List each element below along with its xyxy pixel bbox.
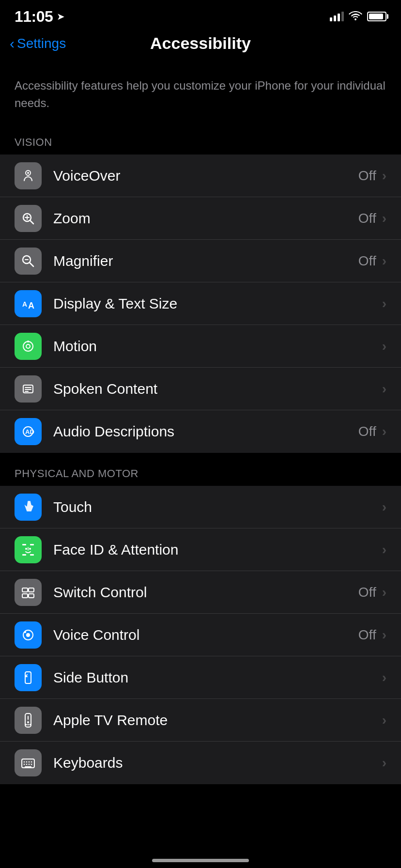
display-text-size-icon: A A bbox=[15, 290, 42, 317]
voiceover-chevron-icon: › bbox=[382, 168, 386, 184]
motion-chevron-icon: › bbox=[382, 339, 386, 354]
physical-motor-section-title: PHYSICAL AND MOTOR bbox=[15, 467, 139, 480]
voiceover-row[interactable]: VoiceOver Off › bbox=[0, 155, 401, 197]
back-button[interactable]: ‹ Settings bbox=[10, 36, 66, 51]
svg-rect-34 bbox=[25, 672, 31, 683]
audio-descriptions-chevron-icon: › bbox=[382, 424, 386, 439]
voiceover-icon bbox=[15, 162, 42, 189]
apple-tv-remote-row[interactable]: Apple TV Remote › bbox=[0, 699, 401, 742]
svg-text:A: A bbox=[28, 301, 34, 310]
voiceover-label: VoiceOver bbox=[53, 168, 358, 184]
svg-point-11 bbox=[23, 341, 33, 351]
signal-bars bbox=[330, 12, 344, 21]
svg-rect-27 bbox=[22, 588, 28, 592]
face-id-label: Face ID & Attention bbox=[53, 542, 376, 558]
switch-control-chevron-icon: › bbox=[382, 585, 386, 600]
keyboards-icon bbox=[15, 749, 42, 776]
spoken-content-label: Spoken Content bbox=[53, 381, 376, 397]
spoken-content-row[interactable]: Spoken Content › bbox=[0, 368, 401, 410]
side-button-label: Side Button bbox=[53, 669, 376, 686]
spoken-content-chevron-icon: › bbox=[382, 381, 386, 397]
svg-rect-23 bbox=[30, 554, 34, 556]
svg-rect-22 bbox=[22, 554, 26, 556]
face-id-icon bbox=[15, 536, 42, 563]
svg-point-12 bbox=[26, 344, 30, 348]
voice-control-label: Voice Control bbox=[53, 627, 358, 643]
status-bar: 11:05 ➤ bbox=[0, 0, 401, 29]
svg-rect-20 bbox=[22, 544, 26, 545]
touch-row[interactable]: Touch › bbox=[0, 486, 401, 528]
keyboards-row[interactable]: Keyboards › bbox=[0, 742, 401, 784]
vision-settings-group: VoiceOver Off › Zoom Off › Magnifier Off bbox=[0, 155, 401, 453]
svg-point-38 bbox=[26, 724, 27, 725]
magnifier-chevron-icon: › bbox=[382, 253, 386, 269]
spoken-content-icon bbox=[15, 375, 42, 403]
switch-control-row[interactable]: Switch Control Off › bbox=[0, 571, 401, 614]
svg-rect-30 bbox=[29, 594, 34, 598]
side-button-chevron-icon: › bbox=[382, 670, 386, 685]
voiceover-value: Off bbox=[358, 168, 376, 184]
side-button-row[interactable]: Side Button › bbox=[0, 656, 401, 699]
svg-point-24 bbox=[25, 548, 27, 550]
zoom-label: Zoom bbox=[53, 210, 358, 227]
svg-rect-21 bbox=[30, 544, 34, 545]
audio-descriptions-row[interactable]: AD Audio Descriptions Off › bbox=[0, 410, 401, 453]
svg-text:AD: AD bbox=[25, 428, 34, 435]
svg-point-39 bbox=[28, 724, 29, 725]
audio-descriptions-label: Audio Descriptions bbox=[53, 423, 358, 440]
svg-point-37 bbox=[27, 721, 29, 723]
page-title: Accessibility bbox=[150, 34, 251, 53]
zoom-value: Off bbox=[358, 211, 376, 226]
wifi-icon bbox=[349, 10, 362, 23]
svg-point-33 bbox=[24, 631, 26, 633]
svg-line-7 bbox=[30, 263, 33, 266]
home-indicator bbox=[152, 859, 249, 862]
apple-tv-remote-icon bbox=[15, 707, 42, 734]
location-icon: ➤ bbox=[57, 11, 65, 22]
zoom-row[interactable]: Zoom Off › bbox=[0, 197, 401, 240]
description-text: Accessibility features help you customiz… bbox=[15, 77, 386, 112]
audio-descriptions-value: Off bbox=[358, 424, 376, 439]
magnifier-row[interactable]: Magnifier Off › bbox=[0, 240, 401, 282]
zoom-icon bbox=[15, 205, 42, 232]
battery-icon bbox=[367, 12, 386, 21]
keyboards-label: Keyboards bbox=[53, 755, 376, 771]
switch-control-value: Off bbox=[358, 585, 376, 600]
svg-point-1 bbox=[27, 172, 29, 174]
display-text-size-label: Display & Text Size bbox=[53, 295, 376, 312]
svg-rect-29 bbox=[22, 594, 28, 598]
svg-point-25 bbox=[29, 548, 31, 550]
voice-control-icon bbox=[15, 621, 42, 649]
magnifier-icon bbox=[15, 248, 42, 275]
motion-icon bbox=[15, 333, 42, 360]
magnifier-value: Off bbox=[358, 253, 376, 269]
voice-control-row[interactable]: Voice Control Off › bbox=[0, 614, 401, 656]
back-label: Settings bbox=[17, 36, 66, 51]
status-icons bbox=[330, 10, 386, 23]
face-id-chevron-icon: › bbox=[382, 542, 386, 558]
keyboards-chevron-icon: › bbox=[382, 755, 386, 771]
audio-descriptions-icon: AD bbox=[15, 418, 42, 445]
motion-label: Motion bbox=[53, 338, 376, 355]
magnifier-label: Magnifier bbox=[53, 253, 358, 269]
touch-label: Touch bbox=[53, 499, 376, 515]
svg-point-32 bbox=[26, 633, 30, 637]
face-id-row[interactable]: Face ID & Attention › bbox=[0, 528, 401, 571]
voice-control-chevron-icon: › bbox=[382, 627, 386, 643]
svg-text:A: A bbox=[22, 300, 27, 308]
svg-point-40 bbox=[30, 724, 31, 725]
zoom-chevron-icon: › bbox=[382, 211, 386, 226]
display-text-size-chevron-icon: › bbox=[382, 296, 386, 311]
touch-chevron-icon: › bbox=[382, 499, 386, 515]
switch-control-label: Switch Control bbox=[53, 584, 358, 601]
touch-icon bbox=[15, 494, 42, 521]
svg-point-13 bbox=[27, 341, 29, 342]
svg-line-3 bbox=[30, 220, 33, 224]
back-chevron-icon: ‹ bbox=[10, 36, 15, 51]
svg-rect-28 bbox=[29, 588, 34, 592]
display-text-size-row[interactable]: A A Display & Text Size › bbox=[0, 282, 401, 325]
motion-row[interactable]: Motion › bbox=[0, 325, 401, 368]
switch-control-icon bbox=[15, 579, 42, 606]
side-button-icon bbox=[15, 664, 42, 691]
status-time: 11:05 bbox=[15, 8, 53, 26]
